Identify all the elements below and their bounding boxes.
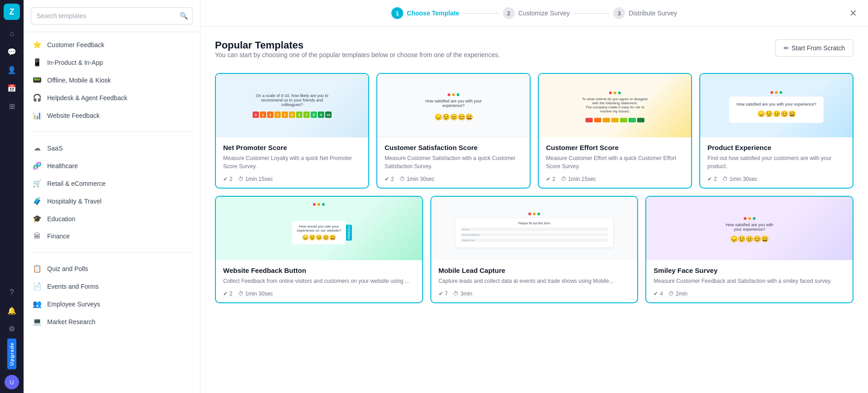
product-card-desc: Find out how satisfied your customers ar…: [707, 154, 845, 170]
hospitality-icon: 🧳: [33, 197, 42, 205]
ces-questions-meta: ✔ 2: [546, 176, 556, 182]
website-feedback-icon: 📊: [33, 111, 42, 120]
finance-icon: 🏛: [33, 232, 42, 240]
csat-questions: 2: [391, 176, 394, 182]
check-icon: ✔: [546, 176, 551, 182]
nav-chat-icon[interactable]: 💬: [4, 44, 20, 60]
web-time-meta: ⏱ 1min 30sec: [238, 291, 273, 297]
template-card-nps[interactable]: On a scale of 0-10, how likely are you t…: [215, 73, 369, 189]
sidebar-item-education[interactable]: 🎓 Education: [24, 210, 200, 228]
sidebar-item-label: Market Research: [47, 318, 96, 325]
nav-grid-icon[interactable]: ⊞: [4, 98, 20, 114]
sidebar-item-offline-mobile[interactable]: 📟 Offline, Mobile & Kiosk: [24, 71, 200, 89]
product-emojis: 😞😟😐😊😀: [736, 110, 816, 117]
search-input[interactable]: [31, 7, 193, 24]
product-time: 1min 30sec: [730, 176, 757, 182]
search-icon-button[interactable]: 🔍: [180, 12, 188, 20]
template-card-product[interactable]: How satisfied are you with your experien…: [699, 73, 853, 189]
template-card-csat[interactable]: How satisfied are you with yourexperienc…: [376, 73, 531, 189]
smiley-card-desc: Measure Customer Feedback and Satisfacti…: [653, 277, 845, 285]
ces-time-meta: ⏱ 1min 15sec: [561, 176, 596, 182]
nps-3: 3: [274, 112, 281, 118]
sidebar-item-employee-surveys[interactable]: 👥 Employee Surveys: [24, 295, 200, 313]
nps-questions: 2: [229, 176, 233, 182]
smiley-questions-meta: ✔ 4: [653, 291, 663, 297]
sidebar-item-retail[interactable]: 🛒 Retail & eCommerce: [24, 175, 200, 192]
check-icon: ✔: [223, 176, 228, 182]
template-card-smiley[interactable]: How satisfied are you withyour experienc…: [645, 196, 853, 303]
csat-questions-meta: ✔ 2: [385, 176, 394, 182]
mobile-field-phone: Mobile No.: [461, 238, 608, 242]
smiley-card-meta: ✔ 4 ⏱ 2min: [653, 291, 845, 297]
sidebar-item-label: Quiz and Polls: [47, 265, 88, 272]
sidebar-item-quiz-polls[interactable]: 📋 Quiz and Polls: [24, 260, 200, 277]
avatar[interactable]: U: [5, 375, 19, 389]
start-from-scratch-button[interactable]: ✏ Start From Scratch: [775, 39, 853, 57]
nps-9: 9: [318, 112, 324, 118]
step-1-label: Choose Template: [407, 10, 459, 17]
market-icon: 💻: [33, 317, 42, 326]
browser-chrome: [767, 88, 786, 97]
web-widget: How would you rate yourexperience on our…: [292, 221, 346, 244]
ces-card-body: Customer Effort Score Measure Customer E…: [539, 137, 691, 188]
sidebar-item-hospitality[interactable]: 🧳 Hospitality & Travel: [24, 192, 200, 210]
sidebar-item-label: Education: [47, 215, 75, 223]
sidebar-item-saas[interactable]: ☁ SaaS: [24, 139, 200, 157]
nav-user-icon[interactable]: 👤: [4, 62, 20, 78]
nav-calendar-icon[interactable]: 📅: [4, 80, 20, 96]
sidebar-item-label: Offline, Mobile & Kiosk: [47, 77, 111, 84]
sidebar-item-market-research[interactable]: 💻 Market Research: [24, 313, 200, 330]
nps-4: 4: [282, 112, 288, 118]
template-card-website-feedback[interactable]: How would you rate yourexperience on our…: [215, 196, 423, 303]
mobile-card-body: Mobile Lead Capture Capture leads and co…: [431, 260, 638, 302]
main-area: 1 Choose Template 2 Customize Survey 3 D…: [200, 0, 868, 393]
nav-help-icon[interactable]: ?: [4, 284, 20, 301]
wizard-step-2[interactable]: 2 Customize Survey: [503, 7, 570, 19]
check-icon: ✔: [439, 291, 443, 297]
web-widget-question: How would you rate yourexperience on our…: [297, 224, 341, 233]
browser-chrome: [740, 214, 759, 223]
product-preview-text: How satisfied are you with your experien…: [736, 102, 816, 107]
sidebar-item-label: Healthcare: [47, 162, 78, 170]
sidebar-item-label: Hospitality & Travel: [47, 198, 102, 205]
nps-8: 8: [311, 112, 317, 118]
nps-card-desc: Measure Customer Loyalty with a quick Ne…: [223, 154, 361, 170]
wizard-step-3[interactable]: 3 Distribute Survey: [613, 7, 677, 19]
sidebar-industries: ☁ SaaS 🧬 Healthcare 🛒 Retail & eCommerce…: [24, 136, 200, 248]
close-button[interactable]: ✕: [849, 8, 857, 19]
template-card-mobile-lead[interactable]: Please fill out this form Name Email Add…: [430, 196, 639, 303]
sidebar-item-events-forms[interactable]: 📄 Events and Forms: [24, 277, 200, 295]
nps-10: 10: [325, 112, 332, 118]
sidebar-item-website-feedback[interactable]: 📊 Website Feedback: [24, 107, 200, 124]
browser-chrome: [525, 210, 544, 218]
upgrade-button[interactable]: Upgrade: [7, 339, 16, 369]
step-3-number: 3: [613, 7, 625, 19]
check-icon: ✔: [653, 291, 658, 297]
smiley-preview: How satisfied are you withyour experienc…: [646, 197, 853, 260]
browser-chrome: [309, 200, 328, 209]
nps-time: 1min 15sec: [245, 176, 273, 182]
nav-bell-icon[interactable]: 🔔: [4, 302, 20, 319]
sidebar-item-finance[interactable]: 🏛 Finance: [24, 228, 200, 245]
nav-home-icon[interactable]: ⌂: [4, 25, 20, 42]
clock-icon: ⏱: [238, 176, 244, 182]
pencil-icon: ✏: [784, 44, 789, 52]
mobile-card-desc: Capture leads and collect data at events…: [439, 277, 630, 285]
template-grid-row2: How would you rate yourexperience on our…: [215, 196, 853, 303]
csat-time-meta: ⏱ 1min 30sec: [400, 176, 434, 182]
wizard-step-1[interactable]: 1 Choose Template: [391, 7, 459, 19]
sidebar-item-in-product[interactable]: 📱 In-Product & In-App: [24, 53, 200, 71]
sidebar-item-customer-feedback[interactable]: ⭐ Customer Feedback: [24, 36, 200, 53]
events-icon: 📄: [33, 282, 42, 291]
sidebar-others: 📋 Quiz and Polls 📄 Events and Forms 👥 Em…: [24, 256, 200, 334]
mobile-time-meta: ⏱ 3min: [453, 291, 472, 297]
sidebar-item-label: Customer Feedback: [47, 41, 104, 49]
sidebar-item-healthcare[interactable]: 🧬 Healthcare: [24, 157, 200, 175]
nav-settings-icon[interactable]: ⚙: [4, 320, 20, 337]
sidebar-item-helpdesk[interactable]: 🎧 Helpdesk & Agent Feedback: [24, 89, 200, 107]
csat-preview: How satisfied are you with yourexperienc…: [377, 74, 530, 137]
template-card-ces[interactable]: To what extend do you agree or disagreew…: [538, 73, 692, 189]
offline-icon: 📟: [33, 76, 42, 84]
app-logo[interactable]: Z: [4, 4, 20, 20]
nps-5: 5: [289, 112, 295, 118]
